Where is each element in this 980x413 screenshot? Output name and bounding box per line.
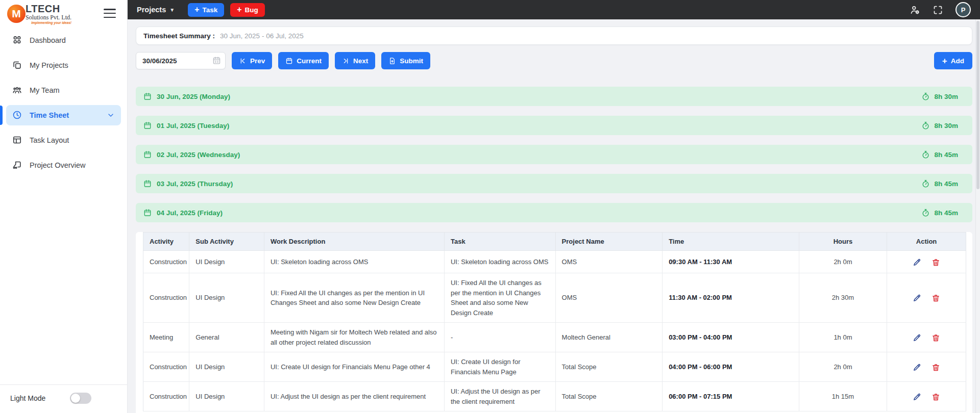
edit-pencil-icon[interactable] [913,363,921,372]
cell-work-description: UI: Fixed All the UI changes as per the … [264,273,444,323]
cell-hours: 2h 30m [799,273,887,323]
sidebar-item[interactable]: Dashboard [6,30,121,50]
sidebar-footer: Light Mode [0,384,127,413]
sidebar-item[interactable]: Project Overview [6,155,121,175]
cell-hours: 2h 0m [799,352,887,382]
sidebar-item[interactable]: Task Layout [6,130,121,150]
main-area: Projects ▼ + Task + Bug [128,0,980,413]
timesheet-summary-label: Timesheet Summary : [143,32,215,40]
skip-previous-icon [239,57,247,65]
next-label: Next [353,57,368,65]
day-details-card: Activity Sub Activity Work Description T… [136,232,972,413]
cell-sub-activity: UI Design [189,352,264,382]
scrollbar-thumb[interactable] [976,21,979,189]
edit-pencil-icon[interactable] [913,393,921,401]
table-row: Meeting General Meeting with Nigam sir f… [143,323,966,352]
plus-icon: + [194,6,199,14]
table-row: Construction UI Design UI: Create UI des… [143,352,966,382]
table-row: Construction UI Design UI: Adjust the UI… [143,382,966,411]
cell-project-name: Total Scope [555,352,663,382]
day-row[interactable]: 01 Jul, 2025 (Tuesday) 8h 30m [136,116,972,135]
table-header-cell: Work Description [264,233,444,251]
stopwatch-icon [921,150,930,159]
delete-trash-icon[interactable] [932,363,940,372]
cell-activity: Construction [143,251,189,273]
delete-trash-icon[interactable] [932,294,940,302]
table-header-cell: Action [887,233,966,251]
sidebar-item[interactable]: My Projects [6,55,121,75]
company-logo: M LTECH Solutions Pvt. Ltd. Implementing… [7,4,71,25]
edit-pencil-icon[interactable] [913,294,921,302]
add-entry-button[interactable]: + Add [934,52,972,69]
day-row[interactable]: 04 Jul, 2025 (Friday) 8h 45m [136,203,972,222]
day-row[interactable]: 02 Jul, 2025 (Wednesday) 8h 45m [136,145,972,164]
table-header-cell: Activity [143,233,189,251]
stopwatch-icon [921,121,930,130]
table-header-cell: Task [444,233,555,251]
current-button[interactable]: Current [278,52,329,69]
projects-dropdown[interactable]: Projects ▼ [137,6,175,14]
sidebar-item-label: Task Layout [30,136,115,144]
layout-icon [12,135,22,145]
day-date: 03 Jul, 2025 (Thursday) [157,180,233,188]
edit-pencil-icon[interactable] [913,258,921,267]
content: Timesheet Summary : 30 Jun, 2025 - 06 Ju… [128,19,980,413]
calendar-icon[interactable] [212,56,221,65]
delete-trash-icon[interactable] [932,393,940,401]
dashboard-grid-icon [12,35,22,45]
topbar: Projects ▼ + Task + Bug [128,0,980,19]
day-row[interactable]: 03 Jul, 2025 (Thursday) 8h 45m [136,174,972,193]
user-avatar[interactable]: P [955,2,971,17]
table-row: Construction UI Design UI: Skeleton load… [143,251,966,273]
cell-task: UI: Create UI design for Financials Menu… [444,352,555,382]
cell-action [887,323,966,352]
prev-button[interactable]: Prev [232,52,272,69]
next-button[interactable]: Next [335,52,375,69]
cell-time: 03:00 PM - 04:00 PM [663,323,799,352]
sidebar-item[interactable]: Time Sheet [6,105,121,125]
timesheet-summary-range: 30 Jun, 2025 - 06 Jul, 2025 [220,32,304,40]
cell-action [887,382,966,411]
day-row[interactable]: 30 Jun, 2025 (Monday) 8h 30m [136,87,972,106]
submit-file-icon [388,57,396,65]
add-bug-button[interactable]: + Bug [230,3,265,17]
brand-tagline: Implementing your ideas! [26,21,71,25]
light-mode-label: Light Mode [10,394,45,402]
sidebar: M LTECH Solutions Pvt. Ltd. Implementing… [0,0,128,413]
cell-task: UI: Fixed All the UI changes as per the … [444,273,555,323]
cell-work-description: UI: Adjust the UI design as per the clie… [264,382,444,411]
cell-task: - [444,323,555,352]
light-mode-toggle[interactable] [70,393,91,404]
sidebar-item[interactable]: My Team [6,80,121,100]
user-settings-icon[interactable] [910,5,920,15]
cell-sub-activity: UI Design [189,251,264,273]
add-bug-label: Bug [245,6,258,14]
sidebar-nav: Dashboard My Projects My Team [0,30,127,180]
brand-name: LTECH [26,4,71,14]
plus-icon: + [237,6,241,14]
hamburger-menu-icon[interactable] [104,9,116,18]
day-list: 30 Jun, 2025 (Monday) 8h 30m [136,87,972,222]
submit-label: Submit [400,57,423,65]
calendar-today-icon [285,57,293,65]
scrollbar-track[interactable] [975,19,980,413]
day-total-hours: 8h 45m [934,180,958,188]
cell-action [887,352,966,382]
submit-button[interactable]: Submit [381,52,430,69]
brand-subtitle: Solutions Pvt. Ltd. [26,14,71,20]
cell-sub-activity: General [189,323,264,352]
add-task-button[interactable]: + Task [188,3,224,17]
calendar-icon [143,150,152,159]
fullscreen-icon[interactable] [933,5,943,15]
table-row: Construction UI Design UI: Fixed All the… [143,273,966,323]
timesheet-table: Activity Sub Activity Work Description T… [143,232,966,411]
cell-work-description: UI: Create UI design for Financials Menu… [264,352,444,382]
delete-trash-icon[interactable] [932,333,940,342]
edit-pencil-icon[interactable] [913,333,921,342]
cell-time: 11:30 AM - 02:00 PM [663,273,799,323]
delete-trash-icon[interactable] [932,258,940,267]
projects-copy-icon [12,60,22,70]
calendar-icon [143,179,152,188]
day-date: 30 Jun, 2025 (Monday) [157,93,230,100]
cell-project-name: Moltech General [555,323,663,352]
